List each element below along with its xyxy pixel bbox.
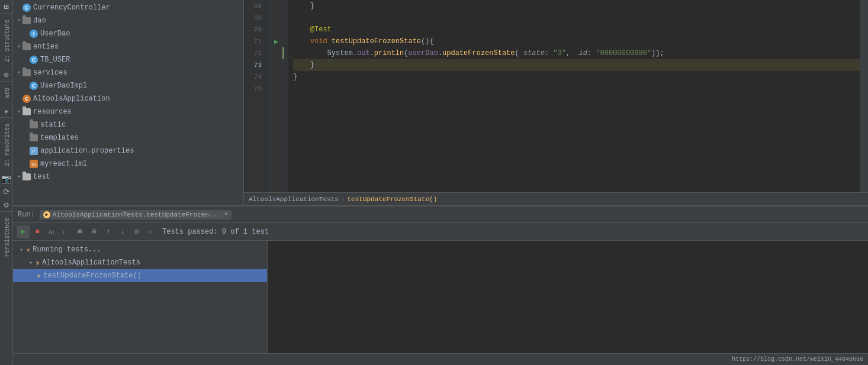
class-icon-c: C: [30, 56, 38, 64]
tree-label: TB_USER: [40, 54, 70, 66]
run-tab-icon: ▶: [43, 211, 50, 218]
properties-icon: P: [30, 147, 38, 155]
scrollbar-track[interactable]: [860, 0, 868, 192]
run-body: ▾ ✳ Running tests... ▾ ✳ AltoolsApplicat…: [13, 241, 868, 353]
tree-label: test: [33, 171, 50, 183]
sidebar-icon-refresh[interactable]: ⟳: [0, 185, 13, 198]
tree-item-user-dao[interactable]: I UserDao: [13, 27, 243, 40]
tree-label: static: [40, 119, 66, 131]
stop-button[interactable]: ■: [31, 225, 44, 238]
svg-text:↨: ↨: [62, 229, 65, 235]
gutter-71[interactable]: ▶: [271, 35, 282, 47]
code-line-68: }: [293, 0, 860, 12]
svg-text:P: P: [33, 149, 36, 153]
gutter-74: [271, 71, 282, 83]
tree-item-test[interactable]: ▾ test: [13, 170, 243, 183]
chevron-icon: ▾: [27, 260, 34, 266]
test-item-altools-tests[interactable]: ▾ ✳ AltoolsApplicationTests: [13, 256, 267, 269]
svg-text:IML: IML: [31, 163, 37, 166]
line-num-75: 75: [244, 83, 265, 95]
run-panel-header: Run: ▶ AltoolsApplicationTests.testUpdat…: [13, 206, 868, 223]
prev-button[interactable]: ↑: [102, 225, 115, 238]
code-line-73: }: [293, 59, 860, 71]
sort-duration-button[interactable]: ↨: [59, 225, 72, 238]
tree-label: application.properties: [40, 145, 134, 157]
editor-area: 68 69 70 71 72 73 74 75 ▶: [244, 0, 868, 205]
tree-item-currency-controller[interactable]: C CurrencyController: [13, 1, 243, 14]
sidebar-icon-web[interactable]: ⊕: [0, 68, 13, 81]
sort-alpha-button[interactable]: A↕: [45, 225, 58, 238]
sidebar-label-structure[interactable]: Z: Structure: [0, 13, 12, 68]
folder-icon: [22, 69, 31, 76]
sidebar-label-favorites[interactable]: 2: Favorites: [0, 117, 12, 172]
run-panel: Run: ▶ AltoolsApplicationTests.testUpdat…: [13, 205, 868, 353]
status-bar: https://blog.csdn.net/weixin_44048666: [13, 353, 868, 365]
tree-item-services[interactable]: ▾ services: [13, 66, 243, 79]
tree-label: enties: [33, 41, 59, 53]
run-gutter-icon[interactable]: ▶: [274, 37, 278, 46]
class-icon-c: C: [30, 82, 38, 90]
chevron-icon: ▾: [15, 67, 22, 79]
tree-label: resources: [33, 106, 72, 118]
gutter-70: [271, 24, 282, 35]
code-line-69: [293, 12, 860, 24]
chevron-icon: ▾: [18, 247, 25, 253]
line-num-71: 71: [244, 35, 265, 47]
gutter: ▶: [271, 0, 282, 192]
sidebar-icon-gear[interactable]: ⚙: [0, 198, 13, 211]
code-line-72: System.out.println(userDao.updateFrozenS…: [293, 47, 860, 59]
sidebar-icon-structure[interactable]: ⊞: [0, 0, 13, 13]
gutter-73: [271, 59, 282, 71]
tree-item-resources[interactable]: ▾ resources: [13, 105, 243, 118]
breadcrumb-method: testUpdateFrozenState(): [347, 196, 437, 203]
code-line-75: [293, 83, 860, 95]
editor-content: 68 69 70 71 72 73 74 75 ▶: [244, 0, 868, 192]
class-icon-c: C: [22, 4, 31, 12]
line-num-69: 69: [244, 12, 265, 24]
code-line-70: @Test: [293, 24, 860, 35]
chevron-icon: ▾: [15, 15, 22, 27]
sidebar-icon-camera[interactable]: 📷: [0, 172, 13, 185]
gutter-72: [271, 47, 282, 59]
run-tab-close[interactable]: ×: [224, 211, 228, 218]
breadcrumb-bar: AltoolsApplicationTests › testUpdateFroz…: [244, 192, 868, 205]
run-tab[interactable]: ▶ AltoolsApplicationTests.testUpdateFroz…: [40, 210, 232, 219]
tree-item-user-dao-impl[interactable]: C UserDaoImpl: [13, 79, 243, 92]
filter-button[interactable]: ◎: [130, 225, 143, 238]
svg-text:A↕: A↕: [49, 229, 55, 235]
sidebar-icon-star[interactable]: ★: [0, 104, 13, 117]
run-tab-label: AltoolsApplicationTests.testUpdateFrozen…: [53, 211, 221, 218]
sidebar-label-web[interactable]: Web: [0, 81, 12, 104]
tree-item-myreact-iml[interactable]: IML myreact.iml: [13, 157, 243, 170]
tree-item-templates[interactable]: templates: [13, 131, 243, 144]
tree-label: services: [33, 67, 67, 79]
tree-item-static[interactable]: static: [13, 118, 243, 131]
sidebar-label-persistence[interactable]: Persistence: [0, 211, 12, 263]
collapse-all-button[interactable]: ⊟: [88, 225, 101, 238]
status-url: https://blog.csdn.net/weixin_44048666: [732, 356, 863, 363]
breadcrumb-separator: ›: [341, 196, 345, 203]
top-split: C CurrencyController ▾ dao I UserDao ▾: [13, 0, 868, 205]
code-line-74: }: [293, 71, 860, 83]
expand-all-button[interactable]: ⊞: [73, 225, 86, 238]
run-toolbar: ▶ ■ A↕ ↨ ⊞ ⊟ ↑ ↓ ◎ » Tests passed: 0 of …: [13, 223, 868, 241]
tree-item-altools-app[interactable]: C AltoolsApplication: [13, 92, 243, 105]
toolbar-separator: »: [144, 224, 156, 240]
breadcrumb-class: AltoolsApplicationTests: [249, 196, 339, 203]
tree-item-tb-user[interactable]: C TB_USER: [13, 53, 243, 66]
tree-item-enties[interactable]: ▾ enties: [13, 40, 243, 53]
test-item-method[interactable]: ✳ testUpdateFrozenState(): [13, 269, 267, 282]
gutter-68: [271, 0, 282, 12]
diff-73d: [282, 35, 288, 47]
tree-item-dao[interactable]: ▾ dao: [13, 14, 243, 27]
tree-item-app-props[interactable]: P application.properties: [13, 144, 243, 157]
run-status: Tests passed: 0 of 1 test: [162, 228, 269, 236]
code-area[interactable]: } @Test void testUpdateFrozenState(){ Sy…: [288, 0, 860, 192]
next-button[interactable]: ↓: [116, 225, 129, 238]
rerun-button[interactable]: ▶: [17, 225, 30, 238]
test-item-running[interactable]: ▾ ✳ Running tests...: [13, 243, 267, 256]
spin-icon: ✳: [36, 259, 40, 267]
diff-73g: [282, 71, 288, 83]
test-tree: ▾ ✳ Running tests... ▾ ✳ AltoolsApplicat…: [13, 241, 268, 353]
diff-73h: [282, 83, 288, 95]
